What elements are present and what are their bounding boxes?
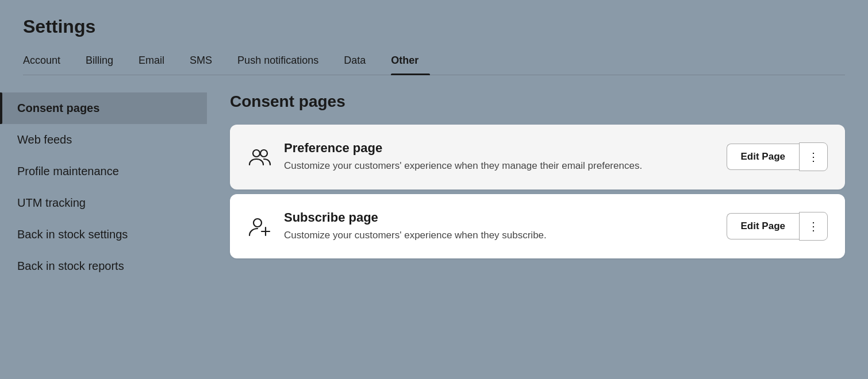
preference-page-actions: Edit Page ⋮ (727, 142, 828, 171)
subscribe-page-more-button[interactable]: ⋮ (799, 212, 828, 241)
sidebar-item-utm-tracking[interactable]: UTM tracking (0, 187, 207, 219)
preference-page-more-button[interactable]: ⋮ (799, 142, 828, 171)
tab-email[interactable]: Email (139, 49, 176, 75)
tab-push[interactable]: Push notifications (237, 49, 330, 75)
svg-point-1 (260, 150, 267, 157)
sidebar-item-web-feeds[interactable]: Web feeds (0, 124, 207, 156)
more-icon: ⋮ (808, 150, 819, 164)
preference-page-title: Preference page (284, 141, 715, 156)
svg-point-2 (254, 219, 262, 227)
subscribe-page-edit-button[interactable]: Edit Page (727, 213, 799, 239)
page-wrapper: Settings Account Billing Email SMS Push … (0, 0, 868, 379)
sidebar-item-profile-maintenance[interactable]: Profile maintenance (0, 156, 207, 187)
tab-sms[interactable]: SMS (190, 49, 224, 75)
tab-billing[interactable]: Billing (86, 49, 125, 75)
tab-nav: Account Billing Email SMS Push notificat… (23, 49, 845, 75)
user-plus-icon (247, 214, 272, 239)
svg-point-0 (253, 150, 260, 157)
subscribe-page-actions: Edit Page ⋮ (727, 212, 828, 241)
preference-page-edit-button[interactable]: Edit Page (727, 144, 799, 170)
preference-page-desc: Customize your customers' experience whe… (284, 159, 715, 173)
content-area: Consent pages Preference page Customize … (207, 75, 868, 379)
main-layout: Consent pages Web feeds Profile maintena… (0, 75, 868, 379)
more-icon: ⋮ (808, 219, 819, 233)
subscribe-page-title: Subscribe page (284, 210, 715, 225)
sidebar: Consent pages Web feeds Profile maintena… (0, 75, 207, 379)
sidebar-item-back-in-stock-reports[interactable]: Back in stock reports (0, 250, 207, 282)
subscribe-page-desc: Customize your customers' experience whe… (284, 229, 715, 243)
sidebar-item-consent-pages[interactable]: Consent pages (0, 92, 207, 124)
header: Settings Account Billing Email SMS Push … (0, 0, 868, 75)
tab-other[interactable]: Other (391, 49, 430, 75)
page-title: Settings (23, 16, 845, 37)
tab-account[interactable]: Account (23, 49, 72, 75)
subscribe-page-card: Subscribe page Customize your customers'… (230, 194, 845, 259)
subscribe-page-text: Subscribe page Customize your customers'… (284, 210, 715, 243)
preference-page-card: Preference page Customize your customers… (230, 125, 845, 190)
users-icon (247, 144, 272, 169)
tab-data[interactable]: Data (344, 49, 377, 75)
preference-page-text: Preference page Customize your customers… (284, 141, 715, 173)
content-title: Consent pages (230, 92, 845, 111)
sidebar-item-back-in-stock-settings[interactable]: Back in stock settings (0, 219, 207, 250)
